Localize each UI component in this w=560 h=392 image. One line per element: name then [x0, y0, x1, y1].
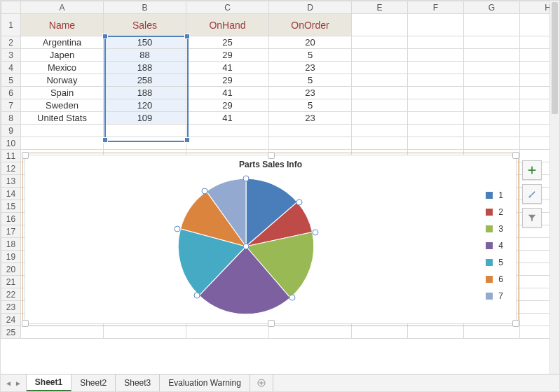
row-header[interactable]: 17 [1, 225, 21, 238]
cell[interactable] [464, 74, 520, 87]
row-header[interactable]: 10 [1, 137, 21, 150]
vertical-scrollbar[interactable] [549, 1, 559, 374]
cell[interactable] [104, 125, 186, 137]
cell[interactable]: 41 [186, 87, 269, 99]
cell[interactable]: 29 [186, 74, 269, 87]
cell[interactable]: Sales [104, 14, 186, 36]
cell[interactable]: 23 [269, 112, 352, 125]
cell[interactable] [186, 137, 269, 150]
chart-legend[interactable]: 1234567 [486, 190, 503, 308]
legend-item[interactable]: 4 [486, 241, 503, 251]
chart-handle[interactable] [268, 152, 275, 159]
legend-item[interactable]: 5 [486, 258, 503, 267]
cell[interactable] [408, 14, 464, 36]
cell[interactable] [21, 125, 104, 137]
cell[interactable] [352, 87, 408, 99]
row-header[interactable]: 19 [1, 251, 21, 263]
col-header-F[interactable]: F [408, 1, 464, 14]
cell[interactable] [186, 326, 269, 339]
cell[interactable] [269, 125, 352, 137]
cell[interactable] [352, 112, 408, 125]
cell[interactable]: 25 [186, 36, 269, 49]
chart-elements-button[interactable] [522, 160, 542, 180]
legend-item[interactable]: 2 [486, 207, 503, 217]
cell[interactable]: Sweden [21, 99, 104, 112]
cell[interactable] [352, 62, 408, 74]
cell[interactable] [352, 74, 408, 87]
sheet-tab[interactable]: Sheet3 [116, 374, 160, 391]
cell[interactable]: 188 [104, 87, 186, 99]
row-header[interactable]: 11 [1, 150, 21, 162]
legend-item[interactable]: 1 [486, 190, 503, 200]
cell[interactable] [464, 112, 520, 125]
cell[interactable] [408, 87, 464, 99]
chart-handle[interactable] [22, 320, 29, 327]
col-header-E[interactable]: E [352, 1, 408, 14]
pie-series-handle[interactable] [175, 225, 181, 232]
pie-series-handle[interactable] [194, 293, 200, 299]
cell[interactable]: 23 [269, 62, 352, 74]
row-header[interactable]: 5 [1, 74, 21, 87]
cell[interactable]: Norway [21, 74, 104, 87]
pie-series-handle[interactable] [296, 199, 303, 205]
cell[interactable]: OnHand [186, 14, 269, 36]
cell[interactable] [464, 326, 520, 339]
select-all-corner[interactable] [1, 1, 21, 14]
col-header-B[interactable]: B [104, 1, 186, 14]
cell[interactable] [408, 49, 464, 62]
cell[interactable] [464, 99, 520, 112]
cell[interactable] [464, 125, 520, 137]
row-header[interactable]: 12 [1, 162, 21, 175]
chart-title[interactable]: Parts Sales Info [25, 160, 516, 169]
row-header[interactable]: 8 [1, 112, 21, 125]
embedded-chart[interactable]: Parts Sales Info 1234567 [25, 155, 517, 324]
cell[interactable] [352, 14, 408, 36]
cell[interactable]: OnOrder [269, 14, 352, 36]
row-header[interactable]: 23 [1, 301, 21, 314]
pie-series-handle[interactable] [289, 295, 296, 301]
cell[interactable]: 41 [186, 62, 269, 74]
add-sheet-button[interactable] [250, 374, 273, 391]
chart-handle[interactable] [512, 152, 519, 159]
row-header[interactable]: 22 [1, 288, 21, 301]
cell[interactable]: Argentina [21, 36, 104, 49]
row-header[interactable]: 15 [1, 200, 21, 213]
row-header[interactable]: 14 [1, 188, 21, 200]
row-header[interactable]: 24 [1, 314, 21, 326]
cell[interactable]: 29 [186, 99, 269, 112]
chart-styles-button[interactable] [522, 184, 542, 204]
chart-handle[interactable] [22, 152, 29, 159]
tab-next-icon[interactable]: ► [15, 379, 22, 387]
legend-item[interactable]: 3 [486, 224, 503, 234]
sheet-tab[interactable]: Sheet1 [27, 374, 71, 391]
row-header[interactable]: 3 [1, 49, 21, 62]
chart-handle[interactable] [268, 320, 275, 327]
cell[interactable] [408, 62, 464, 74]
cell[interactable] [408, 326, 464, 339]
cell[interactable] [408, 36, 464, 49]
cell[interactable] [464, 87, 520, 99]
cell[interactable] [408, 112, 464, 125]
cell[interactable] [21, 137, 104, 150]
cell[interactable] [408, 137, 464, 150]
cell[interactable]: 109 [104, 112, 186, 125]
cell[interactable]: 20 [269, 36, 352, 49]
cell[interactable]: 120 [104, 99, 186, 112]
cell[interactable] [408, 125, 464, 137]
chart-handle[interactable] [512, 320, 519, 327]
pie-series-handle[interactable] [202, 188, 208, 195]
cell[interactable] [464, 36, 520, 49]
pie-series-handle[interactable] [243, 176, 250, 182]
row-header[interactable]: 2 [1, 36, 21, 49]
sheet-tab[interactable]: Sheet2 [71, 374, 116, 391]
pie-center-handle[interactable] [243, 244, 250, 250]
pie-series-handle[interactable] [312, 229, 318, 235]
col-header-G[interactable]: G [464, 1, 520, 14]
cell[interactable]: 188 [104, 62, 186, 74]
cell[interactable]: Japen [21, 49, 104, 62]
cell[interactable]: 41 [186, 112, 269, 125]
cell[interactable]: 29 [186, 49, 269, 62]
cell[interactable] [352, 137, 408, 150]
cell[interactable]: 5 [269, 99, 352, 112]
row-header[interactable]: 7 [1, 99, 21, 112]
